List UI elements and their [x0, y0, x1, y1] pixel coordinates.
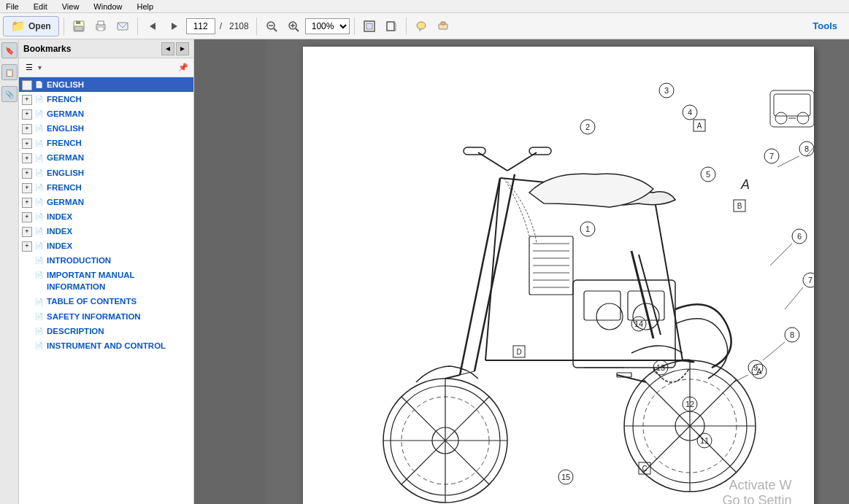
svg-text:5: 5 [705, 170, 710, 179]
bookmark-index3[interactable]: + 📄 INDEX [19, 239, 193, 253]
bookmark-icon-french2: 📄 [34, 139, 44, 149]
svg-marker-8 [172, 23, 177, 30]
svg-text:15: 15 [561, 473, 569, 481]
expand-german1[interactable]: + [22, 109, 32, 120]
bookmark-german1[interactable]: + 📄 GERMAN [19, 106, 193, 121]
expand-french3[interactable]: + [22, 183, 32, 193]
expand-french2[interactable]: + [22, 139, 32, 149]
bookmark-label-index2: INDEX [47, 225, 72, 237]
expand-index3[interactable]: + [22, 241, 32, 252]
svg-text:11: 11 [699, 436, 708, 445]
expand-english1[interactable]: + [22, 80, 32, 90]
bookmark-label-german3: GERMAN [47, 196, 84, 208]
expand-index2[interactable]: + [22, 227, 32, 237]
fit-page-button[interactable] [359, 16, 380, 36]
svg-point-19 [417, 22, 426, 29]
svg-line-123 [763, 342, 785, 360]
bookmark-label-french2: FRENCH [47, 137, 82, 149]
print-button[interactable] [91, 16, 111, 36]
svg-line-121 [770, 244, 792, 265]
stamp-button[interactable] [433, 16, 453, 36]
svg-text:7: 7 [807, 276, 812, 284]
bookmark-icon-german3: 📄 [34, 198, 44, 208]
bookmark-index1[interactable]: + 📄 INDEX [19, 209, 193, 224]
bookmark-introduction[interactable]: + 📄 INTRODUCTION [19, 253, 193, 268]
bookmark-french1[interactable]: + 📄 FRENCH [19, 92, 193, 106]
svg-text:A: A [740, 177, 750, 192]
bookmarks-pin-button[interactable]: 📌 [176, 61, 191, 75]
bookmarks-expand-button[interactable]: ► [176, 42, 189, 55]
bookmarks-options-button[interactable]: ☰ [22, 61, 37, 75]
svg-line-11 [274, 28, 277, 31]
bookmark-icon-english2: 📄 [34, 124, 44, 134]
bookmarks-collapse-button[interactable]: ◄ [161, 42, 174, 55]
next-page-button[interactable] [164, 16, 185, 36]
layers-panel-toggle[interactable]: 📋 [1, 64, 18, 80]
save-button[interactable] [69, 16, 89, 36]
bookmark-panel-toggle[interactable]: 🔖 [1, 42, 18, 58]
zoom-select[interactable]: 100% 75% 125% 150% 200% [305, 18, 350, 34]
bookmark-icon-german2: 📄 [34, 153, 44, 163]
open-button[interactable]: 📁 Open [3, 16, 59, 36]
bookmark-instrument[interactable]: + 📄 INSTRUMENT AND CONTROL [19, 338, 193, 353]
bookmark-icon-french1: 📄 [34, 95, 44, 105]
bookmark-icon-index3: 📄 [34, 241, 44, 252]
page-number-input[interactable] [186, 18, 215, 34]
bookmark-index2[interactable]: + 📄 INDEX [19, 224, 193, 239]
separator-1 [64, 18, 64, 35]
pdf-viewer[interactable]: 10 9 8 7 6 7 8 9 5 [267, 39, 849, 504]
zoom-in-button[interactable] [283, 16, 304, 36]
attachments-panel-toggle[interactable]: 📎 [1, 86, 18, 102]
separator-4 [354, 18, 355, 35]
bookmark-german3[interactable]: + 📄 GERMAN [19, 195, 193, 209]
menu-view[interactable]: View [59, 2, 82, 11]
comment-button[interactable] [411, 16, 431, 36]
email-button[interactable] [112, 16, 133, 36]
svg-text:A: A [756, 367, 762, 376]
rotate-button[interactable] [381, 16, 402, 36]
bookmark-french3[interactable]: + 📄 FRENCH [19, 180, 193, 195]
svg-line-45 [445, 375, 460, 379]
expand-index1[interactable]: + [22, 212, 32, 222]
bookmark-description[interactable]: + 📄 DESCRIPTION [19, 324, 193, 338]
bookmarks-header-buttons: ◄ ► [161, 42, 189, 55]
expand-german3[interactable]: + [22, 198, 32, 208]
bookmarks-list[interactable]: + 📄 ENGLISH + 📄 FRENCH + 📄 GERMAN + 📄 EN… [19, 77, 193, 504]
bookmark-icon-description: 📄 [34, 327, 44, 337]
expand-french1[interactable]: + [22, 95, 32, 105]
prev-page-button[interactable] [142, 16, 163, 36]
svg-rect-50 [464, 147, 485, 155]
bookmark-english3[interactable]: + 📄 ENGLISH [19, 166, 193, 180]
menu-file[interactable]: File [3, 2, 22, 11]
bookmarks-title: Bookmarks [23, 44, 71, 54]
separator-2 [137, 18, 138, 35]
page-total: 2108 [226, 21, 252, 31]
bookmark-german2[interactable]: + 📄 GERMAN [19, 150, 193, 165]
expand-english2[interactable]: + [22, 124, 32, 134]
bookmark-safety[interactable]: + 📄 SAFETY INFORMATION [19, 309, 193, 324]
tools-button[interactable]: Tools [804, 20, 846, 31]
menu-edit[interactable]: Edit [31, 2, 50, 11]
bookmark-label-german1: GERMAN [47, 108, 84, 120]
menu-help[interactable]: Help [134, 2, 156, 11]
bookmark-toc[interactable]: + 📄 TABLE OF CONTENTS [19, 294, 193, 309]
expand-german2[interactable]: + [22, 153, 32, 163]
panel-divider [194, 39, 267, 504]
bookmark-french2[interactable]: + 📄 FRENCH [19, 136, 193, 150]
svg-point-128 [797, 112, 809, 124]
menu-window[interactable]: Window [91, 2, 125, 11]
bookmark-important[interactable]: + 📄 IMPORTANT MANUAL INFORMATION [19, 268, 193, 294]
bookmark-english1[interactable]: + 📄 ENGLISH [19, 77, 193, 92]
zoom-out-button[interactable] [261, 16, 282, 36]
svg-text:1: 1 [585, 225, 589, 233]
expand-english3[interactable]: + [22, 168, 32, 179]
svg-text:4: 4 [687, 108, 691, 117]
bookmark-english2[interactable]: + 📄 ENGLISH [19, 121, 193, 136]
bookmark-icon-toc: 📄 [34, 297, 44, 307]
svg-text:D: D [516, 348, 521, 356]
svg-text:A: A [696, 122, 702, 130]
svg-text:C: C [642, 465, 647, 473]
svg-line-15 [296, 28, 299, 31]
bookmark-icon-safety: 📄 [34, 312, 44, 322]
svg-rect-18 [387, 22, 394, 31]
